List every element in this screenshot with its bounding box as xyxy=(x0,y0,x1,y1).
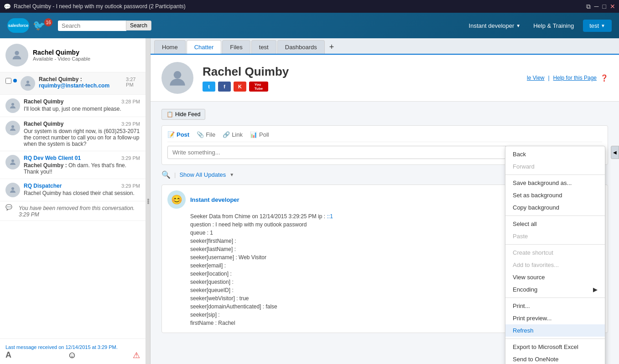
feed-tab-file[interactable]: 📎 File xyxy=(197,131,215,138)
ctx-set-background[interactable]: Set as background xyxy=(505,189,605,201)
hide-feed-btn[interactable]: 📋 Hide Feed xyxy=(161,109,205,120)
tab-bar: Home Chatter Files test Dashboards + xyxy=(151,38,619,55)
ctx-encoding[interactable]: Encoding ▶ xyxy=(505,283,605,296)
sf-bird-icon: 🐦 xyxy=(33,20,45,31)
twitter-btn[interactable]: t xyxy=(203,82,215,92)
chat-footer: Last message received on 12/14/2015 at 3… xyxy=(0,338,146,364)
msg-time-5: 3:29 PM xyxy=(121,183,140,189)
profile-social: t f K YouTube xyxy=(203,82,289,92)
minimize-btn[interactable]: ─ xyxy=(594,3,599,10)
feed-tab-post[interactable]: 📝 Post xyxy=(167,131,189,138)
chat-system-icon: 💬 xyxy=(5,204,12,218)
msg-content-4: RQ Dev Web Client 01 3:29 PM Rachel Quim… xyxy=(24,155,140,175)
panel-collapse-handle[interactable] xyxy=(146,38,151,364)
help-for-page-link[interactable]: Help for this Page xyxy=(553,75,597,81)
chat-header-info: Rachel Quimby Available - Video Capable xyxy=(33,49,90,62)
user-avatar xyxy=(5,44,28,67)
show-all-updates-btn[interactable]: Show All Updates xyxy=(179,171,226,178)
msg-text-system: You have been removed from this conversa… xyxy=(19,205,140,218)
ctx-copy-background[interactable]: Copy background xyxy=(505,201,605,214)
tab-home[interactable]: Home xyxy=(154,40,186,54)
msg-text-4: Rachel Quimby : Oh darn. Yes that's fine… xyxy=(24,162,140,175)
msg-avatar-2 xyxy=(5,98,20,113)
printable-view-link[interactable]: le View xyxy=(527,75,544,81)
ctx-sep-3 xyxy=(505,244,605,245)
svg-point-2 xyxy=(11,103,14,106)
svg-point-1 xyxy=(26,81,29,83)
msg-content-3: Rachel Quimby 3:29 PM Our system is down… xyxy=(24,121,140,147)
msg-time-4: 3:29 PM xyxy=(121,155,140,161)
chat-messages[interactable]: Rachel Quimby : rquimby@instant-tech.com… xyxy=(0,72,146,338)
tab-test[interactable]: test xyxy=(251,40,276,54)
user-menu-arrow: ▼ xyxy=(601,23,605,28)
emoji-icon[interactable]: ☺ xyxy=(68,350,77,360)
post-author[interactable]: Instant developer xyxy=(190,196,239,203)
filter-separator: | xyxy=(174,171,176,178)
content-area: Rachel Quimby t f K YouTube le View | He… xyxy=(151,55,619,364)
klout-btn[interactable]: K xyxy=(234,82,246,92)
chat-message-1: Rachel Quimby : rquimby@instant-tech.com… xyxy=(0,72,146,95)
ctx-refresh[interactable]: Refresh xyxy=(505,324,605,337)
alert-icon[interactable]: ⚠ xyxy=(133,350,140,360)
chat-user-name: Rachel Quimby xyxy=(33,49,90,56)
feed-tab-poll[interactable]: 📊 Poll xyxy=(250,131,269,138)
svg-point-0 xyxy=(15,51,19,55)
chat-header: Rachel Quimby Available - Video Capable xyxy=(0,38,146,72)
tab-dashboards[interactable]: Dashboards xyxy=(277,40,325,54)
search-button[interactable]: Search xyxy=(126,21,151,31)
msg-text-3: Our system is down right now, is (603)25… xyxy=(24,128,140,147)
page-links: le View | Help for this Page ❓ xyxy=(527,74,608,82)
msg-avatar-4 xyxy=(5,155,20,169)
filter-search-icon[interactable]: 🔍 xyxy=(161,170,171,179)
window-controls: ⧉ ─ □ ✕ xyxy=(586,3,615,10)
msg-time-2: 3:28 PM xyxy=(121,99,140,104)
context-menu: Back Forward Save background as... Set a… xyxy=(505,146,605,364)
tab-files[interactable]: Files xyxy=(222,40,250,54)
titlebar: 💬 Rachel Quimby - I need help with my ou… xyxy=(0,0,619,13)
msg-sender-link[interactable]: rquimby@instant-tech.com xyxy=(39,82,109,89)
ctx-print-preview[interactable]: Print preview... xyxy=(505,312,605,324)
ctx-select-all[interactable]: Select all xyxy=(505,218,605,230)
tab-add-btn[interactable]: + xyxy=(326,40,338,54)
msg-content-1: Rachel Quimby : rquimby@instant-tech.com… xyxy=(39,76,140,91)
ctx-save-background[interactable]: Save background as... xyxy=(505,177,605,189)
ctx-export-excel[interactable]: Export to Microsoft Excel xyxy=(505,341,605,353)
main-area: Home Chatter Files test Dashboards + xyxy=(151,38,619,364)
msg-content-5: RQ Dispatcher 3:29 PM Rachel Quimby has … xyxy=(24,183,140,197)
last-message-label: Last message received on 12/14/2015 at 3… xyxy=(5,344,140,350)
window-title: Rachel Quimby - I need help with my outl… xyxy=(14,3,186,10)
filter-dropdown-arrow[interactable]: ▼ xyxy=(229,172,234,177)
chat-system-message: 💬 You have been removed from this conver… xyxy=(0,201,146,221)
title-icon: 💬 xyxy=(4,3,11,10)
unread-indicator xyxy=(13,79,17,82)
maximize-btn[interactable]: □ xyxy=(603,3,606,10)
close-btn[interactable]: ✕ xyxy=(610,3,615,10)
tab-chatter[interactable]: Chatter xyxy=(187,40,222,54)
help-training-link[interactable]: Help & Training xyxy=(530,21,577,31)
ctx-sep-2 xyxy=(505,215,605,216)
facebook-btn[interactable]: f xyxy=(218,82,231,92)
message-checkbox[interactable] xyxy=(5,78,11,84)
user-menu-btn[interactable]: test ▼ xyxy=(583,20,612,32)
chat-message-4: RQ Dev Web Client 01 3:29 PM Rachel Quim… xyxy=(0,151,146,179)
font-icon[interactable]: A xyxy=(5,350,11,360)
ctx-back[interactable]: Back xyxy=(505,148,605,160)
instant-developer-arrow: ▼ xyxy=(516,23,520,28)
ctx-send-onenote[interactable]: Send to OneNote xyxy=(505,353,605,364)
svg-point-6 xyxy=(174,71,182,79)
ctx-print[interactable]: Print... xyxy=(505,300,605,312)
feed-tab-link[interactable]: 🔗 Link xyxy=(223,131,243,138)
msg-sender-2: Rachel Quimby xyxy=(24,98,63,105)
ctx-view-source[interactable]: View source xyxy=(505,271,605,283)
ctx-create-shortcut: Create shortcut xyxy=(505,246,605,259)
svg-point-5 xyxy=(11,187,14,190)
encoding-arrow-icon: ▶ xyxy=(593,286,598,293)
profile-info: Rachel Quimby t f K YouTube xyxy=(203,65,289,92)
chat-message-3: Rachel Quimby 3:29 PM Our system is down… xyxy=(0,117,146,151)
youtube-btn[interactable]: YouTube xyxy=(249,82,268,92)
right-collapse-btn[interactable]: ◀ xyxy=(611,146,619,159)
restore-btn[interactable]: ⧉ xyxy=(586,3,591,10)
instant-developer-link[interactable]: Instant developer ▼ xyxy=(465,21,525,31)
search-input[interactable] xyxy=(58,21,126,31)
profile-avatar xyxy=(161,62,193,94)
